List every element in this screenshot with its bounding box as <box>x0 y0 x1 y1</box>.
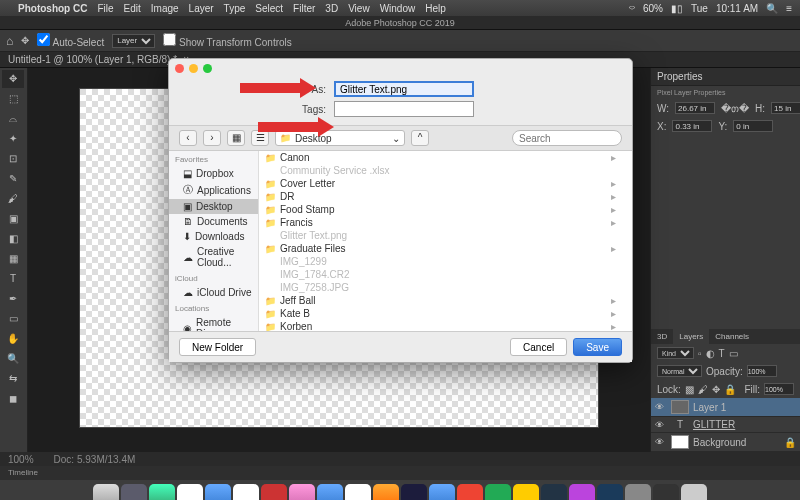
tags-input[interactable] <box>334 101 474 117</box>
collapse-button[interactable]: ^ <box>411 130 429 146</box>
minimize-window-icon[interactable] <box>189 64 198 73</box>
lock-transparency-icon[interactable]: ▩ <box>685 384 694 395</box>
timeline-panel[interactable]: Timeline <box>0 466 800 480</box>
prop-width[interactable] <box>675 102 715 114</box>
menu-select[interactable]: Select <box>255 3 283 14</box>
brush-tool[interactable]: 🖌 <box>2 190 24 208</box>
wifi-icon[interactable]: ⌔ <box>629 3 635 14</box>
cancel-button[interactable]: Cancel <box>510 338 567 356</box>
eraser-tool[interactable]: ◧ <box>2 230 24 248</box>
close-window-icon[interactable] <box>175 64 184 73</box>
swap-colors-icon[interactable]: ⇆ <box>2 370 24 388</box>
show-transform-check[interactable]: Show Transform Controls <box>163 33 292 48</box>
dock-app[interactable] <box>289 484 315 500</box>
properties-tab[interactable]: Properties <box>651 68 800 86</box>
menu-file[interactable]: File <box>97 3 113 14</box>
file-row[interactable]: 📁DR▸ <box>259 190 632 203</box>
fill-input[interactable] <box>764 383 794 395</box>
save-as-input[interactable] <box>334 81 474 97</box>
filter-pixel-icon[interactable]: ▫ <box>698 348 702 359</box>
visibility-icon[interactable]: 👁 <box>655 437 667 447</box>
forward-button[interactable]: › <box>203 130 221 146</box>
layer-row[interactable]: 👁 Layer 1 <box>651 398 800 417</box>
file-row[interactable]: Glitter Text.png <box>259 229 632 242</box>
lock-pixels-icon[interactable]: 🖌 <box>698 384 708 395</box>
lock-all-icon[interactable]: 🔒 <box>724 384 736 395</box>
dock-app[interactable] <box>345 484 371 500</box>
menu-view[interactable]: View <box>348 3 370 14</box>
dock-app[interactable] <box>569 484 595 500</box>
zoom-tool[interactable]: 🔍 <box>2 350 24 368</box>
lock-position-icon[interactable]: ✥ <box>712 384 720 395</box>
dock-app[interactable] <box>261 484 287 500</box>
sidebar-remote-disc[interactable]: ◉Remote Disc <box>169 315 258 331</box>
hand-tool[interactable]: ✋ <box>2 330 24 348</box>
move-tool[interactable]: ✥ <box>2 70 24 88</box>
layer-kind-filter[interactable]: Kind <box>657 347 694 359</box>
menu-type[interactable]: Type <box>224 3 246 14</box>
spotlight-icon[interactable]: 🔍 <box>766 3 778 14</box>
layer-row[interactable]: 👁 Background 🔒 <box>651 433 800 452</box>
menu-edit[interactable]: Edit <box>124 3 141 14</box>
dock-app[interactable] <box>653 484 679 500</box>
dock-app[interactable] <box>205 484 231 500</box>
dock-app[interactable] <box>541 484 567 500</box>
type-tool[interactable]: T <box>2 270 24 288</box>
new-folder-button[interactable]: New Folder <box>179 338 256 356</box>
home-icon[interactable]: ⌂ <box>6 34 13 48</box>
dock-app[interactable] <box>401 484 427 500</box>
dock-app[interactable] <box>177 484 203 500</box>
file-row[interactable]: 📁Francis▸ <box>259 216 632 229</box>
sidebar-icloud-drive[interactable]: ☁iCloud Drive <box>169 285 258 300</box>
notification-icon[interactable]: ≡ <box>786 3 792 14</box>
sidebar-documents[interactable]: 🗎Documents <box>169 214 258 229</box>
wand-tool[interactable]: ✦ <box>2 130 24 148</box>
zoom-window-icon[interactable] <box>203 64 212 73</box>
blend-mode[interactable]: Normal <box>657 365 702 377</box>
file-row[interactable]: IMG_7258.JPG <box>259 281 632 294</box>
eyedropper-tool[interactable]: ✎ <box>2 170 24 188</box>
file-row[interactable]: 📁Food Stamp▸ <box>259 203 632 216</box>
file-row[interactable]: 📁Jeff Ball▸ <box>259 294 632 307</box>
file-row[interactable]: 📁Graduate Files▸ <box>259 242 632 255</box>
sidebar-creative-cloud[interactable]: ☁Creative Cloud... <box>169 244 258 270</box>
search-input[interactable] <box>512 130 622 146</box>
dock-trash[interactable] <box>681 484 707 500</box>
sidebar-dropbox[interactable]: ⬓Dropbox <box>169 166 258 181</box>
file-row[interactable]: Community Service .xlsx <box>259 164 632 177</box>
back-button[interactable]: ‹ <box>179 130 197 146</box>
dock-app[interactable] <box>317 484 343 500</box>
dock-app[interactable] <box>485 484 511 500</box>
filter-shape-icon[interactable]: ▭ <box>729 348 738 359</box>
file-row[interactable]: 📁Korben▸ <box>259 320 632 331</box>
dock-app[interactable] <box>373 484 399 500</box>
menu-3d[interactable]: 3D <box>325 3 338 14</box>
menu-help[interactable]: Help <box>425 3 446 14</box>
prop-x[interactable] <box>672 120 712 132</box>
file-row[interactable]: 📁Kate B▸ <box>259 307 632 320</box>
link-icon[interactable]: �თ� <box>721 103 749 114</box>
prop-y[interactable] <box>733 120 773 132</box>
tab-layers[interactable]: Layers <box>673 329 709 344</box>
gradient-tool[interactable]: ▦ <box>2 250 24 268</box>
filter-type-icon[interactable]: T <box>719 348 725 359</box>
fg-bg-colors[interactable]: ◼ <box>2 390 24 408</box>
dock-finder[interactable] <box>93 484 119 500</box>
save-button[interactable]: Save <box>573 338 622 356</box>
menu-layer[interactable]: Layer <box>189 3 214 14</box>
menu-filter[interactable]: Filter <box>293 3 315 14</box>
dock-app[interactable] <box>233 484 259 500</box>
dock-app[interactable] <box>121 484 147 500</box>
marquee-tool[interactable]: ⬚ <box>2 90 24 108</box>
layer-row[interactable]: 👁 T GLITTER <box>651 417 800 433</box>
dock-photoshop[interactable] <box>597 484 623 500</box>
view-grid-icon[interactable]: ▦ <box>227 130 245 146</box>
file-row[interactable]: IMG_1784.CR2 <box>259 268 632 281</box>
filter-adjust-icon[interactable]: ◐ <box>706 348 715 359</box>
auto-select-target[interactable]: Layer <box>112 34 155 48</box>
dock-app[interactable] <box>149 484 175 500</box>
opacity-input[interactable] <box>747 365 777 377</box>
zoom-level[interactable]: 100% <box>8 454 34 465</box>
stamp-tool[interactable]: ▣ <box>2 210 24 228</box>
dock-app[interactable] <box>513 484 539 500</box>
